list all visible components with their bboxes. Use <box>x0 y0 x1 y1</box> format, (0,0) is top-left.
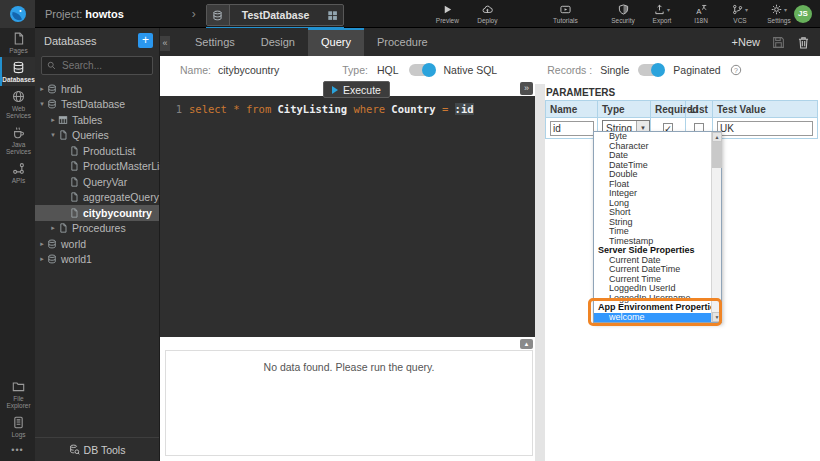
search-icon <box>47 61 56 70</box>
tree-item-productmasterlist[interactable]: ProductMasterList <box>35 159 159 175</box>
tree-item-queryvar[interactable]: QueryVar <box>35 174 159 190</box>
topbar-actions-left: PreviewDeployTutorials <box>434 3 578 24</box>
database-tree: ▸hrdb▾TestDatabase▸Tables▾QueriesProduct… <box>35 81 159 267</box>
translate-icon: A <box>696 4 707 15</box>
execute-button[interactable]: Execute <box>323 81 390 98</box>
param-name-input[interactable] <box>550 121 594 136</box>
tree-item-label: TestDatabase <box>61 98 125 110</box>
sidebar-item-pages[interactable]: Pages <box>0 28 35 57</box>
records-toggle[interactable] <box>638 64 664 76</box>
coffee-icon <box>12 126 25 139</box>
collapse-editor-button[interactable]: ▲ <box>520 339 533 349</box>
sql-editor[interactable]: 1 select * from CityListing where Countr… <box>160 96 535 337</box>
param-name-cell <box>546 118 598 139</box>
db-tools-icon <box>69 444 80 455</box>
i18n-label: I18N <box>694 17 708 24</box>
help-icon[interactable]: ? <box>730 64 742 76</box>
trash-icon[interactable] <box>797 36 810 49</box>
security-button[interactable]: Security <box>610 3 636 24</box>
sidebar-item-java-services[interactable]: Java Services <box>0 122 35 158</box>
search-input[interactable] <box>60 59 147 72</box>
param-testvalue-input[interactable] <box>717 121 813 136</box>
security-label: Security <box>611 17 634 24</box>
chevron-right-icon: ▸ <box>37 85 47 93</box>
plug-icon <box>12 162 25 175</box>
wavemaker-logo[interactable] <box>0 0 35 28</box>
sidebar-item-databases[interactable]: Databases <box>0 57 35 86</box>
branch-icon <box>732 4 743 15</box>
records-option-single[interactable]: Single <box>600 64 629 76</box>
export-button[interactable]: ▾Export <box>649 3 675 24</box>
settings-button[interactable]: ▾Settings <box>766 3 792 24</box>
tree-item-hrdb[interactable]: ▸hrdb <box>35 81 159 97</box>
export-label: Export <box>653 17 672 24</box>
collapse-panel-button[interactable]: « <box>160 36 170 51</box>
user-avatar[interactable]: JS <box>794 5 812 23</box>
tree-item-aggregatequery[interactable]: aggregateQuery <box>35 190 159 206</box>
db-tools-button[interactable]: DB Tools <box>35 437 159 461</box>
new-query-button[interactable]: +New <box>732 36 760 48</box>
tree-item-testdatabase[interactable]: ▾TestDatabase <box>35 97 159 113</box>
records-option-paginated[interactable]: Paginated <box>673 64 720 76</box>
sidebar-item-logs[interactable]: Logs <box>0 412 35 441</box>
grid-icon[interactable] <box>321 5 343 25</box>
play-icon <box>332 86 338 94</box>
tree-item-queries[interactable]: ▾Queries <box>35 128 159 144</box>
tree-item-label: hrdb <box>61 83 82 95</box>
column-header-test-value: Test Value <box>713 101 818 118</box>
preview-button[interactable]: Preview <box>434 3 460 24</box>
tutorials-button[interactable]: Tutorials <box>552 3 578 24</box>
databases-panel-header: Databases + <box>35 28 159 53</box>
column-header-list: List <box>686 101 713 118</box>
dropdown-option-welcome[interactable]: welcome <box>594 313 711 323</box>
tab-settings[interactable]: Settings <box>182 28 248 56</box>
database-tab[interactable]: TestDatabase <box>206 4 345 26</box>
tab-design[interactable]: Design <box>248 28 308 56</box>
save-icon[interactable] <box>772 36 785 49</box>
column-header-required: Required <box>651 101 686 118</box>
grid-tiles-icon <box>327 10 338 21</box>
more-options-button[interactable]: ••• <box>0 441 35 461</box>
sidebar-item-apis[interactable]: APIs <box>0 158 35 187</box>
tree-item-label: Queries <box>72 129 109 141</box>
database-icon <box>47 99 57 109</box>
panel-splitter[interactable] <box>535 84 545 461</box>
scroll-down-icon[interactable]: ▼ <box>712 312 722 322</box>
tab-query[interactable]: Query <box>308 28 364 56</box>
type-option-nativesql[interactable]: Native SQL <box>444 64 498 76</box>
tree-item-productlist[interactable]: ProductList <box>35 143 159 159</box>
chevron-down-icon: ▾ <box>48 131 58 139</box>
type-dropdown-list: ByteCharacterDateDateTimeDoubleFloatInte… <box>593 131 722 323</box>
tab-procedure[interactable]: Procedure <box>364 28 441 56</box>
expand-parameters-button[interactable]: » <box>520 82 533 95</box>
database-tab-label: TestDatabase <box>230 9 322 21</box>
web-services-label: Web Services <box>2 105 35 119</box>
page-icon <box>12 32 25 45</box>
tree-item-label: QueryVar <box>83 176 127 188</box>
tree-item-label: world <box>61 238 86 250</box>
file-explorer-label: File Explorer <box>2 395 35 409</box>
database-icon <box>47 254 57 264</box>
tree-item-world1[interactable]: ▸world1 <box>35 252 159 268</box>
i18n-button[interactable]: AI18N <box>688 3 714 24</box>
app-window: Project: howtos › TestDatabase PreviewDe… <box>0 0 820 461</box>
left-nav-rail: PagesDatabasesWeb ServicesJava ServicesA… <box>0 28 35 461</box>
editor-line: 1 select * from CityListing where Countr… <box>160 96 535 115</box>
add-database-button[interactable]: + <box>138 33 153 48</box>
sidebar-item-web-services[interactable]: Web Services <box>0 86 35 122</box>
scrollbar-thumb[interactable] <box>712 142 722 168</box>
vcs-label: VCS <box>733 17 746 24</box>
type-option-hql[interactable]: HQL <box>377 64 399 76</box>
tree-item-world[interactable]: ▸world <box>35 236 159 252</box>
preview-label: Preview <box>436 17 459 24</box>
column-header-name: Name <box>546 101 598 118</box>
type-toggle[interactable] <box>409 64 435 76</box>
tree-item-tables[interactable]: ▸Tables <box>35 112 159 128</box>
deploy-button[interactable]: Deploy <box>474 3 500 24</box>
scroll-up-icon[interactable]: ▲ <box>712 132 722 142</box>
tree-item-procedures[interactable]: ▸Procedures <box>35 221 159 237</box>
tree-item-citybycountry[interactable]: citybycountry <box>35 205 159 221</box>
sidebar-item-file-explorer[interactable]: File Explorer <box>0 376 35 412</box>
vcs-button[interactable]: ▾VCS <box>727 3 753 24</box>
parameters-header-row: NameTypeRequiredListTest Value <box>546 101 818 118</box>
